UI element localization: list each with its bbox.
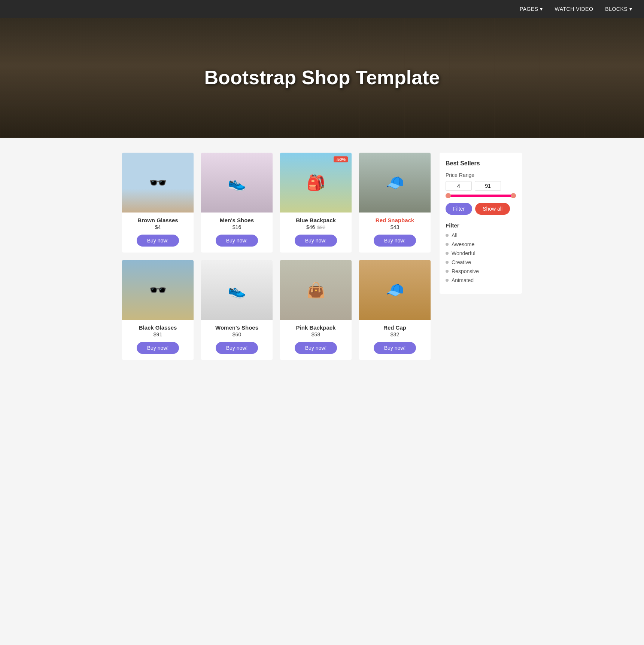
sidebar-panel: Best Sellers Price Range Filter Show all… xyxy=(440,153,522,294)
price-max-input[interactable] xyxy=(475,181,501,191)
filter-dot-icon xyxy=(446,261,449,264)
product-name-pink-backpack: Pink Backpack xyxy=(296,324,336,331)
price-inputs xyxy=(446,181,516,191)
price-range-bar xyxy=(446,195,516,197)
price-mens-shoes: $16 xyxy=(233,224,241,230)
buy-button-brown-glasses[interactable]: Buy now! xyxy=(137,235,179,247)
product-name-blue-backpack: Blue Backpack xyxy=(296,217,336,223)
product-image-red-snapback: 🧢 xyxy=(359,153,431,213)
range-thumb-right[interactable] xyxy=(511,193,516,198)
sidebar-buttons: Filter Show all xyxy=(446,203,516,215)
product-card-red-snapback: 🧢Red Snapback$43Buy now! xyxy=(359,153,431,253)
filter-item-label: All xyxy=(452,232,458,238)
buy-button-blue-backpack[interactable]: Buy now! xyxy=(295,235,337,247)
product-image-bg-mens-shoes: 👟 xyxy=(201,153,273,213)
filter-button[interactable]: Filter xyxy=(446,203,472,215)
product-image-pink-backpack: 👜 xyxy=(280,260,352,320)
price-red-cap: $32 xyxy=(391,331,399,337)
product-name-womens-shoes: Women's Shoes xyxy=(215,324,258,331)
main-container: 🕶️Brown Glasses$4Buy now!👟Men's Shoes$16… xyxy=(116,153,528,360)
range-thumb-left[interactable] xyxy=(446,193,451,198)
price-row-womens-shoes: $60 xyxy=(233,331,241,337)
product-card-brown-glasses: 🕶️Brown Glasses$4Buy now! xyxy=(122,153,194,253)
price-pink-backpack: $58 xyxy=(312,331,320,337)
product-image-red-cap: 🧢 xyxy=(359,260,431,320)
filter-item-label: Responsive xyxy=(452,268,479,274)
filter-dot-icon xyxy=(446,270,449,273)
filter-item-responsive[interactable]: Responsive xyxy=(446,268,516,274)
price-row-mens-shoes: $16 xyxy=(233,224,241,230)
buy-button-womens-shoes[interactable]: Buy now! xyxy=(216,342,258,354)
price-row-pink-backpack: $58 xyxy=(312,331,320,337)
navigation: PAGES ▾ WATCH VIDEO BLOCKS ▾ xyxy=(0,0,644,18)
price-brown-glasses: $4 xyxy=(155,224,161,230)
price-row-red-snapback: $43 xyxy=(391,224,399,230)
price-row-red-cap: $32 xyxy=(391,331,399,337)
product-image-brown-glasses: 🕶️ xyxy=(122,153,194,213)
filter-dot-icon xyxy=(446,243,449,246)
price-row-blue-backpack: $46$92 xyxy=(306,224,325,230)
hero-title: Bootstrap Shop Template xyxy=(204,67,440,89)
product-card-pink-backpack: 👜Pink Backpack$58Buy now! xyxy=(280,260,352,360)
filter-dot-icon xyxy=(446,279,449,282)
filter-section-title: Filter xyxy=(446,222,516,229)
filter-item-animated[interactable]: Animated xyxy=(446,277,516,283)
product-name-black-glasses: Black Glasses xyxy=(139,324,177,331)
filter-dot-icon xyxy=(446,234,449,237)
buy-button-red-cap[interactable]: Buy now! xyxy=(374,342,416,354)
product-grid: 🕶️Brown Glasses$4Buy now!👟Men's Shoes$16… xyxy=(122,153,431,360)
nav-blocks[interactable]: BLOCKS ▾ xyxy=(605,6,632,12)
filter-item-creative[interactable]: Creative xyxy=(446,259,516,265)
filter-item-wonderful[interactable]: Wonderful xyxy=(446,250,516,256)
product-image-bg-womens-shoes: 👟 xyxy=(201,260,273,320)
filter-item-awesome[interactable]: Awesome xyxy=(446,241,516,247)
product-image-black-glasses: 🕶️ xyxy=(122,260,194,320)
sale-badge-blue-backpack: -50% xyxy=(334,156,348,162)
range-fill xyxy=(446,195,516,197)
price-black-glasses: $91 xyxy=(154,331,162,337)
buy-button-pink-backpack[interactable]: Buy now! xyxy=(295,342,337,354)
hero-section: Bootstrap Shop Template xyxy=(0,18,644,138)
product-image-mens-shoes: 👟 xyxy=(201,153,273,213)
product-image-bg-brown-glasses: 🕶️ xyxy=(122,153,194,213)
product-name-mens-shoes: Men's Shoes xyxy=(220,217,254,223)
product-name-red-cap: Red Cap xyxy=(383,324,406,331)
price-row-brown-glasses: $4 xyxy=(155,224,161,230)
product-card-womens-shoes: 👟Women's Shoes$60Buy now! xyxy=(201,260,273,360)
buy-button-black-glasses[interactable]: Buy now! xyxy=(137,342,179,354)
product-image-bg-black-glasses: 🕶️ xyxy=(122,260,194,320)
product-image-womens-shoes: 👟 xyxy=(201,260,273,320)
nav-pages[interactable]: PAGES ▾ xyxy=(520,6,543,12)
product-card-red-cap: 🧢Red Cap$32Buy now! xyxy=(359,260,431,360)
filter-item-label: Awesome xyxy=(452,241,474,247)
product-name-red-snapback: Red Snapback xyxy=(376,217,414,223)
product-name-brown-glasses: Brown Glasses xyxy=(137,217,178,223)
filter-item-label: Animated xyxy=(452,277,474,283)
price-min-input[interactable] xyxy=(446,181,472,191)
sidebar: Best Sellers Price Range Filter Show all… xyxy=(440,153,522,360)
price-range-label: Price Range xyxy=(446,172,516,178)
price-row-black-glasses: $91 xyxy=(154,331,162,337)
filter-list: AllAwesomeWonderfulCreativeResponsiveAni… xyxy=(446,232,516,283)
bestsellers-label: Best Sellers xyxy=(446,160,516,167)
filter-dot-icon xyxy=(446,252,449,255)
blocks-arrow-icon: ▾ xyxy=(629,6,632,12)
product-image-blue-backpack: 🎒-50% xyxy=(280,153,352,213)
product-card-black-glasses: 🕶️Black Glasses$91Buy now! xyxy=(122,260,194,360)
price-blue-backpack: $46 xyxy=(306,224,315,230)
filter-item-label: Creative xyxy=(452,259,471,265)
buy-button-red-snapback[interactable]: Buy now! xyxy=(374,235,416,247)
pages-arrow-icon: ▾ xyxy=(540,6,543,12)
price-womens-shoes: $60 xyxy=(233,331,241,337)
product-card-blue-backpack: 🎒-50%Blue Backpack$46$92Buy now! xyxy=(280,153,352,253)
product-image-bg-red-cap: 🧢 xyxy=(359,260,431,320)
filter-item-label: Wonderful xyxy=(452,250,476,256)
show-all-button[interactable]: Show all xyxy=(475,203,510,215)
price-original-blue-backpack: $92 xyxy=(317,224,325,230)
product-image-bg-pink-backpack: 👜 xyxy=(280,260,352,320)
nav-watch-video[interactable]: WATCH VIDEO xyxy=(555,6,593,12)
product-image-bg-red-snapback: 🧢 xyxy=(359,153,431,213)
buy-button-mens-shoes[interactable]: Buy now! xyxy=(216,235,258,247)
product-card-mens-shoes: 👟Men's Shoes$16Buy now! xyxy=(201,153,273,253)
filter-item-all[interactable]: All xyxy=(446,232,516,238)
